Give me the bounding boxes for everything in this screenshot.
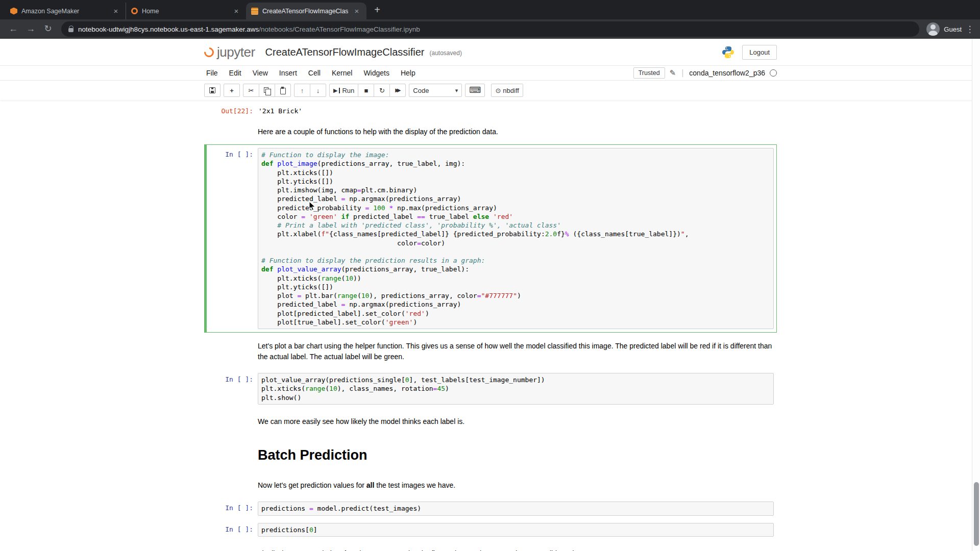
cell-input-area[interactable]: # Function to display the image: def plo… xyxy=(258,148,774,329)
browser-tab[interactable]: Amazon SageMaker× xyxy=(5,3,126,19)
stop-icon: ■ xyxy=(364,87,368,94)
menu-item-cell[interactable]: Cell xyxy=(303,69,326,77)
cell-input-area[interactable]: plot_value_array(predictions_single[0], … xyxy=(258,373,774,405)
browser-tabs: Amazon SageMaker×Home×CreateATensorFlowI… xyxy=(5,3,366,19)
scrollbar-thumb[interactable] xyxy=(974,482,979,546)
input-prompt xyxy=(209,340,258,362)
nbdiff-label: nbdiff xyxy=(503,87,519,94)
notebook-title[interactable]: CreateATensorFlowImageClassifier xyxy=(265,46,425,58)
save-icon xyxy=(209,87,215,93)
menu-item-widgets[interactable]: Widgets xyxy=(358,69,395,77)
jupyter-logo-icon[interactable] xyxy=(202,45,216,59)
run-label: Run xyxy=(342,87,354,94)
stop-button[interactable]: ■ xyxy=(358,84,374,97)
input-prompt xyxy=(209,126,258,137)
fast-forward-button[interactable]: ▶▶ xyxy=(389,84,406,97)
menu-item-kernel[interactable]: Kernel xyxy=(326,69,358,77)
input-prompt: In [ ]: xyxy=(209,148,258,329)
markdown-cell[interactable]: Now let's get prediction values for all … xyxy=(204,472,777,498)
toolbar-button-group: + xyxy=(224,84,240,97)
cell-input-area[interactable]: predictions = model.predict(test_images) xyxy=(258,502,774,515)
notebook-area: Out[22]:'2x1 Brick'Here are a couple of … xyxy=(204,100,777,551)
command-palette-button[interactable]: ⌨ xyxy=(465,84,485,97)
code-editor[interactable]: predictions = model.predict(test_images) xyxy=(261,504,770,513)
code-editor[interactable]: # Function to display the image: def plo… xyxy=(261,151,770,327)
save-button[interactable] xyxy=(204,84,220,97)
cut-button[interactable]: ✂ xyxy=(243,84,259,97)
url-host: notebook-udtwigjh8cys.notebook.us-east-1… xyxy=(78,26,259,33)
cut-icon: ✂ xyxy=(249,87,254,94)
run-button[interactable]: ▶Run xyxy=(329,84,358,97)
heading-cell[interactable]: Batch Prediction xyxy=(204,434,777,472)
code-editor[interactable]: predictions[0] xyxy=(261,525,770,534)
add-cell-button[interactable]: + xyxy=(224,84,240,97)
input-prompt xyxy=(209,547,258,551)
nbdiff-button[interactable]: ⊙ nbdiff xyxy=(491,84,523,97)
page-scrollbar[interactable] xyxy=(972,39,980,551)
sagemaker-favicon-icon xyxy=(10,8,17,15)
markdown-cell[interactable]: Finally, let's use our helper functions … xyxy=(204,540,777,551)
code-cell[interactable]: In [ ]:predictions = model.predict(test_… xyxy=(204,498,777,519)
chevron-down-icon: ▾ xyxy=(455,87,458,94)
logout-button[interactable]: Logout xyxy=(742,45,777,60)
cell-input-area[interactable]: predictions[0] xyxy=(258,523,774,537)
url-bar[interactable]: notebook-udtwigjh8cys.notebook.us-east-1… xyxy=(61,21,919,37)
markdown-text: Finally, let's use our helper functions … xyxy=(258,547,774,551)
profile-name: Guest xyxy=(944,26,962,33)
add-cell-icon: + xyxy=(230,87,234,94)
forward-button[interactable]: → xyxy=(22,21,39,37)
tab-close-icon[interactable]: × xyxy=(111,7,120,16)
toolbar-button-group: ✂ xyxy=(243,84,291,97)
tab-close-icon[interactable]: × xyxy=(352,7,361,16)
url-path: /notebooks/CreateATensorFlowImageClassif… xyxy=(259,26,420,33)
input-prompt xyxy=(209,479,258,491)
menu-item-file[interactable]: File xyxy=(204,69,224,77)
python-logo-icon xyxy=(721,45,735,59)
restart-run-all-icon: ▶▶ xyxy=(395,88,399,93)
autosave-status: (autosaved) xyxy=(430,49,462,57)
trusted-button[interactable]: Trusted xyxy=(633,67,665,79)
code-cell[interactable]: In [ ]:plot_value_array(predictions_sing… xyxy=(204,369,777,408)
back-button[interactable]: ← xyxy=(5,21,21,37)
reload-button[interactable]: ↻ xyxy=(40,21,56,37)
run-icon: ▶ xyxy=(333,88,337,93)
browser-tab[interactable]: Home× xyxy=(126,3,246,19)
toolbar-button-group: ▶Run■↻▶▶ xyxy=(329,84,406,97)
code-cell[interactable]: In [ ]:predictions[0] xyxy=(204,519,777,540)
browser-toolbar: ← → ↻ notebook-udtwigjh8cys.notebook.us-… xyxy=(0,19,980,39)
code-cell[interactable]: In [ ]:# Function to display the image: … xyxy=(204,144,777,333)
jupyter-logo-text[interactable]: jupyter xyxy=(217,44,255,60)
move-down-icon: ↓ xyxy=(316,87,320,94)
menu-item-view[interactable]: View xyxy=(247,69,274,77)
toolbar-button-group: ↑↓ xyxy=(294,84,326,97)
menu-item-edit[interactable]: Edit xyxy=(224,69,247,77)
output-cell[interactable]: Out[22]:'2x1 Brick' xyxy=(204,101,777,118)
menu-item-help[interactable]: Help xyxy=(395,69,421,77)
paste-button[interactable] xyxy=(275,84,291,97)
url-text: notebook-udtwigjh8cys.notebook.us-east-1… xyxy=(78,26,420,33)
tab-label: CreateATensorFlowImageClass xyxy=(262,8,348,15)
nbdiff-icon: ⊙ xyxy=(495,87,501,94)
move-up-button[interactable]: ↑ xyxy=(294,84,310,97)
input-prompt: In [ ]: xyxy=(209,502,258,515)
markdown-cell[interactable]: Let's plot a bar chart using the helper … xyxy=(204,333,777,369)
code-editor[interactable]: plot_value_array(predictions_single[0], … xyxy=(261,375,770,402)
kernel-name: conda_tensorflow2_p36 xyxy=(689,69,765,77)
mouse-cursor xyxy=(309,201,316,211)
browser-menu-icon[interactable]: ⋮ xyxy=(965,24,975,35)
new-tab-button[interactable]: + xyxy=(370,3,385,18)
browser-tab[interactable]: CreateATensorFlowImageClass× xyxy=(246,3,366,19)
restart-kernel-icon: ↻ xyxy=(379,87,385,94)
input-prompt xyxy=(209,443,258,467)
copy-button[interactable] xyxy=(259,84,275,97)
markdown-cell[interactable]: We can more easily see how likely the mo… xyxy=(204,408,777,434)
restart-button[interactable]: ↻ xyxy=(374,84,390,97)
cell-type-select[interactable]: Code ▾ xyxy=(409,84,462,97)
edit-title-pencil-icon[interactable]: ✎ xyxy=(670,68,676,78)
move-down-button[interactable]: ↓ xyxy=(310,84,326,97)
paste-icon xyxy=(280,88,286,94)
menu-item-insert[interactable]: Insert xyxy=(274,69,303,77)
browser-profile[interactable]: Guest xyxy=(926,22,962,36)
markdown-cell[interactable]: Here are a couple of functions to help w… xyxy=(204,118,777,144)
tab-close-icon[interactable]: × xyxy=(232,7,241,16)
